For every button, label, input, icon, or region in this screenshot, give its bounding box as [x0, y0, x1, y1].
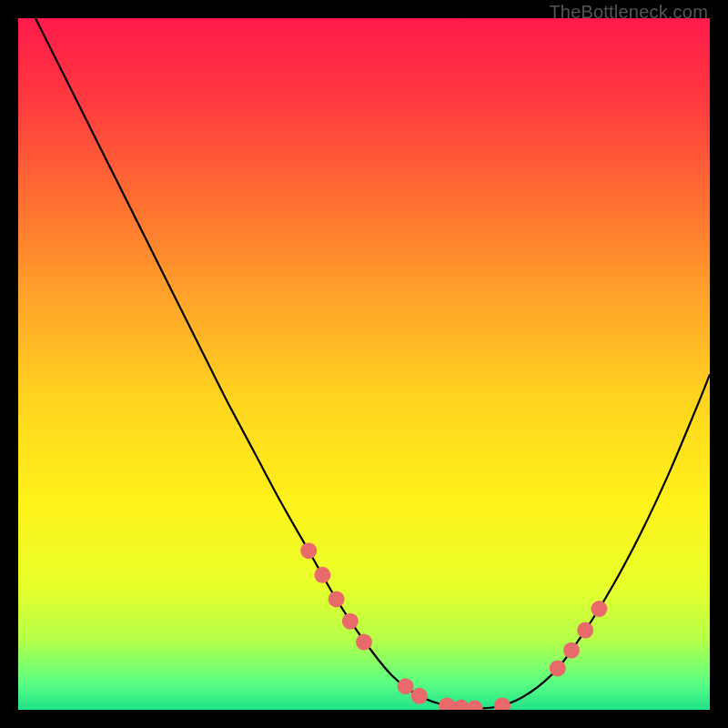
- highlight-point: [398, 678, 414, 694]
- highlight-point: [563, 642, 580, 659]
- highlight-point: [356, 634, 372, 651]
- highlight-point: [342, 613, 359, 630]
- plot-area: [18, 18, 710, 710]
- highlight-point: [591, 601, 607, 617]
- watermark-text: TheBottleneck.com: [549, 2, 708, 23]
- bottleneck-chart: [18, 18, 710, 710]
- highlight-point: [300, 542, 317, 559]
- highlight-point: [329, 591, 345, 607]
- chart-frame: TheBottleneck.com: [0, 0, 728, 728]
- highlight-point: [577, 622, 593, 639]
- highlight-point: [314, 567, 330, 583]
- highlight-point: [550, 660, 566, 676]
- highlight-point: [411, 688, 428, 704]
